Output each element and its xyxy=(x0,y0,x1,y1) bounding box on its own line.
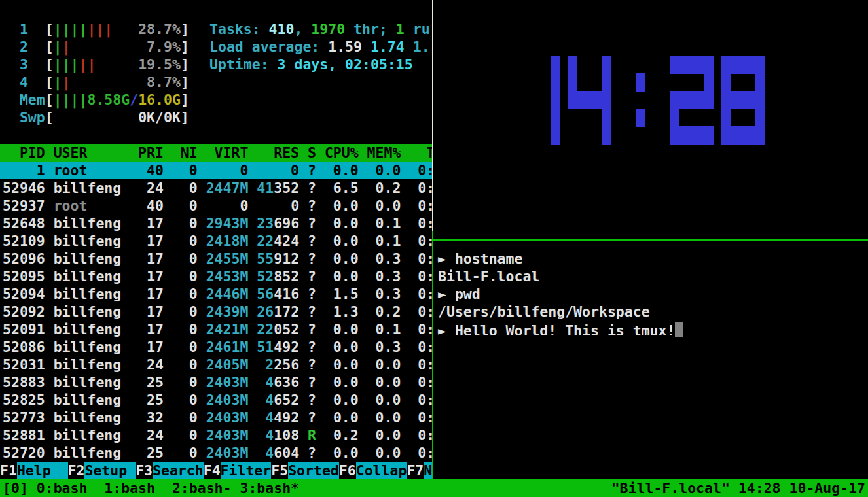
text-segment xyxy=(248,409,257,426)
fkey-f3[interactable]: F3 xyxy=(136,462,153,479)
text-segment: 17 0 xyxy=(130,268,206,284)
text-segment: 17 0 xyxy=(130,250,206,267)
text-segment: 25 0 xyxy=(130,445,206,461)
htop-pane[interactable]: 1 [||||||| 28.7%] 2 [|| 7.9%] 3 [||||| 1… xyxy=(0,0,432,479)
text-segment: 52773 xyxy=(3,409,54,426)
text-segment xyxy=(248,392,257,408)
pane-border-vertical[interactable] xyxy=(432,0,433,231)
process-row[interactable]: 52773 billfeng 32 0 2403M 4492 ? 0.0 0.0… xyxy=(0,409,432,426)
shell-text: Hello World! This is tmux! xyxy=(455,322,676,339)
text-segment: 2418M xyxy=(206,233,249,249)
text-segment: Swp xyxy=(3,109,45,126)
clock-cell xyxy=(721,109,731,127)
clock-cell xyxy=(704,126,714,145)
clock-cell xyxy=(721,91,731,109)
fkey-f1-label[interactable]: Help xyxy=(17,462,68,479)
session-info: "Bill-F.local" 14:28 10-Aug-17 xyxy=(611,479,865,497)
fkey-f6-label[interactable]: Collap xyxy=(356,462,407,479)
process-row[interactable]: 52109 billfeng 17 0 2418M 22424 ? 0.0 0.… xyxy=(0,232,432,250)
fkey-f4[interactable]: F4 xyxy=(204,462,221,479)
text-segment: ||| xyxy=(87,21,113,37)
terminal-output-line: Bill-F.local xyxy=(438,267,539,285)
process-row[interactable]: 52720 billfeng 25 0 2403M 4604 ? 0.0 0.0… xyxy=(0,444,432,462)
text-segment: ? xyxy=(308,409,316,426)
text-segment: billfeng xyxy=(54,374,130,390)
text-segment: 652 xyxy=(274,392,308,408)
clock-cell xyxy=(730,56,739,74)
text-segment: 52825 xyxy=(3,392,54,408)
text-segment: ? xyxy=(308,374,316,390)
text-segment: 56 xyxy=(257,286,274,302)
text-segment: 0.0 0.0 0: xyxy=(316,409,432,426)
clock-cell xyxy=(577,91,586,109)
text-segment: 492 xyxy=(274,339,308,355)
fkey-f3-label[interactable]: Search xyxy=(153,462,204,479)
fkey-f7-label[interactable]: Nice - xyxy=(424,462,432,479)
process-row[interactable]: 52091 billfeng 17 0 2421M 22052 ? 0.0 0.… xyxy=(0,320,432,338)
text-segment: billfeng xyxy=(54,233,130,249)
process-row[interactable]: 52937 root 40 0 0 0 ? 0.0 0.0 0: xyxy=(0,197,432,214)
clock-cell xyxy=(755,126,765,145)
pane-border-horizontal[interactable] xyxy=(433,239,868,241)
text-segment: ru xyxy=(405,21,430,37)
text-segment: , xyxy=(294,21,311,37)
process-row[interactable]: 52092 billfeng 17 0 2439M 26172 ? 1.3 0.… xyxy=(0,303,432,320)
pane-border-vertical-active[interactable] xyxy=(432,231,433,479)
text-segment xyxy=(248,197,257,214)
shell-text: pwd xyxy=(455,286,480,302)
text-segment: 2421M xyxy=(206,321,249,337)
text-segment: ? xyxy=(308,392,316,408)
process-row[interactable]: 52648 billfeng 17 0 2943M 23696 ? 0.0 0.… xyxy=(0,214,432,232)
text-segment: 1.59 xyxy=(328,39,371,55)
fkey-f5[interactable]: F5 xyxy=(271,462,288,479)
fkey-f4-label[interactable]: Filter xyxy=(221,462,272,479)
process-row[interactable]: 52881 billfeng 24 0 2403M 4108 R 0.2 0.0… xyxy=(0,426,432,444)
shell-pane[interactable]: ► hostnameBill-F.local► pwd/Users/billfe… xyxy=(435,241,868,479)
process-row[interactable]: 52031 billfeng 24 0 2405M 2256 ? 0.0 0.0… xyxy=(0,356,432,373)
text-segment: root xyxy=(54,197,130,214)
clock-cell xyxy=(721,126,731,145)
terminal-cursor[interactable] xyxy=(675,322,683,337)
text-segment xyxy=(248,180,257,196)
process-row[interactable]: 52096 billfeng 17 0 2455M 55912 ? 0.0 0.… xyxy=(0,250,432,267)
clock-pane[interactable] xyxy=(435,0,868,231)
process-table-header[interactable]: PID USER PRI NI VIRT RES S CPU% MEM% T xyxy=(0,144,432,162)
fkey-f5-label[interactable]: Sorted xyxy=(288,462,339,479)
text-segment: ] xyxy=(181,56,189,73)
text-segment: ? xyxy=(308,268,316,284)
text-segment: 24 0 xyxy=(130,180,206,196)
process-row[interactable]: 52095 billfeng 17 0 2453M 52852 ? 0.0 0.… xyxy=(0,267,432,285)
text-segment: 51 xyxy=(257,339,274,355)
text-segment: billfeng xyxy=(54,392,130,408)
clock-cell xyxy=(696,56,705,74)
fkey-f2[interactable]: F2 xyxy=(68,462,85,479)
process-row[interactable]: 52094 billfeng 17 0 2446M 56416 ? 1.5 0.… xyxy=(0,285,432,303)
process-row-selected[interactable]: 1 root 40 0 0 0 ? 0.0 0.0 0: xyxy=(0,162,432,179)
process-row[interactable]: 52086 billfeng 17 0 2461M 51492 ? 0.0 0.… xyxy=(0,338,432,356)
text-segment: 696 xyxy=(274,215,308,231)
text-segment: Mem xyxy=(3,92,45,108)
text-segment: 2403M xyxy=(206,392,249,408)
text-segment: ? xyxy=(308,215,316,231)
text-segment: 19.5% xyxy=(96,56,180,73)
text-segment: 52648 xyxy=(3,215,54,231)
fkey-f1[interactable]: F1 xyxy=(0,462,17,479)
text-segment: ? xyxy=(308,233,316,249)
text-segment: 7.9% xyxy=(71,39,181,55)
text-segment: Tasks: xyxy=(209,21,269,37)
tmux-session: 1 [||||||| 28.7%] 2 [|| 7.9%] 3 [||||| 1… xyxy=(0,0,868,497)
window-list[interactable]: [0] 0:bash 1:bash 2:bash- 3:bash* xyxy=(3,479,299,497)
fkey-f7[interactable]: F7 xyxy=(407,462,424,479)
text-segment: 3 days, 02:05:15 xyxy=(278,56,413,73)
text-segment: 24 0 xyxy=(130,427,206,443)
text-segment: 256 xyxy=(274,356,308,373)
text-segment xyxy=(257,409,265,426)
shell-command-line: ► Hello World! This is tmux! xyxy=(438,320,683,338)
fkey-f6[interactable]: F6 xyxy=(339,462,356,479)
text-segment: | xyxy=(62,74,71,90)
process-row[interactable]: 52946 billfeng 24 0 2447M 41352 ? 6.5 0.… xyxy=(0,179,432,197)
fkey-f2-label[interactable]: Setup xyxy=(84,462,136,479)
process-row[interactable]: 52825 billfeng 25 0 2403M 4652 ? 0.0 0.0… xyxy=(0,391,432,409)
process-row[interactable]: 52883 billfeng 25 0 2403M 4636 ? 0.0 0.0… xyxy=(0,373,432,391)
clock-cell xyxy=(568,56,577,74)
